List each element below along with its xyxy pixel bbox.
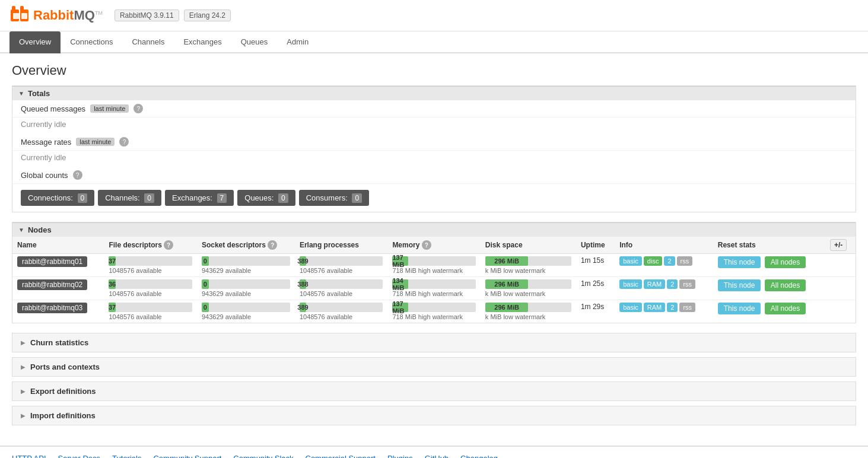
nav-item-queues[interactable]: Queues	[231, 31, 278, 53]
col-plus-minus[interactable]: +/-	[825, 237, 856, 254]
memory-cell: 137 MiB 718 MiB high watermark	[387, 300, 480, 323]
memory-help-icon[interactable]: ?	[422, 240, 431, 250]
extra-cell	[825, 277, 856, 300]
export-section: ▶ Export definitions	[12, 381, 856, 401]
nav-bar: Overview Connections Channels Exchanges …	[0, 31, 868, 53]
col-file-desc: File descriptors ?	[104, 237, 196, 254]
uptime-cell: 1m 15s	[576, 254, 615, 277]
message-rates-badge: last minute	[76, 138, 115, 146]
nodes-triangle-icon: ▼	[18, 227, 24, 233]
import-triangle-icon: ▶	[21, 412, 26, 419]
this-node-button[interactable]: This node	[718, 279, 761, 291]
footer-link-server-docs[interactable]: Server Docs	[58, 454, 101, 458]
channels-count-button[interactable]: Channels: 0	[98, 190, 161, 206]
churn-section-header[interactable]: ▶ Churn statistics	[12, 333, 856, 352]
export-label: Export definitions	[30, 387, 96, 396]
badge-num[interactable]: 2	[667, 279, 678, 289]
file-desc-help-icon[interactable]: ?	[164, 240, 173, 250]
svg-rect-2	[12, 6, 15, 12]
plus-minus-toggle[interactable]: +/-	[830, 239, 847, 251]
table-row: rabbit@rabbitmq01 37 1048576 available 0…	[12, 254, 856, 277]
nodes-section-header[interactable]: ▼ Nodes	[12, 222, 856, 237]
all-nodes-button[interactable]: All nodes	[765, 256, 806, 268]
queues-count-button[interactable]: Queues: 0	[237, 190, 295, 206]
footer-link-community-slack[interactable]: Community Slack	[233, 454, 293, 458]
footer-link-plugins[interactable]: Plugins	[387, 454, 413, 458]
export-section-header[interactable]: ▶ Export definitions	[12, 382, 856, 400]
col-uptime: Uptime	[576, 237, 615, 254]
badge-rss[interactable]: rss	[679, 303, 695, 312]
nav-item-channels[interactable]: Channels	[122, 31, 174, 53]
nav-item-exchanges[interactable]: Exchanges	[174, 31, 231, 53]
queues-count-value: 0	[278, 193, 288, 203]
global-counts-help-icon[interactable]: ?	[73, 170, 82, 180]
col-reset-stats: Reset stats	[713, 237, 825, 254]
disk-space-cell: 296 MiB k MiB low watermark	[481, 277, 576, 300]
memory-cell: 137 MiB 718 MiB high watermark	[387, 254, 480, 277]
badge-ram[interactable]: RAM	[644, 279, 665, 289]
totals-section-header[interactable]: ▼ Totals	[12, 86, 856, 100]
logo-text: RabbitMQTM	[33, 9, 103, 22]
col-disk-space: Disk space	[481, 237, 576, 254]
all-nodes-button[interactable]: All nodes	[765, 303, 806, 314]
socket-desc-help-icon[interactable]: ?	[268, 240, 277, 250]
ports-triangle-icon: ▶	[21, 364, 26, 370]
col-socket-desc: Socket descriptors ?	[197, 237, 295, 254]
consumers-count-button[interactable]: Consumers: 0	[299, 190, 369, 206]
ports-section-header[interactable]: ▶ Ports and contexts	[12, 358, 856, 376]
footer-link-tutorials[interactable]: Tutorials	[112, 454, 141, 458]
footer-link-http-api[interactable]: HTTP API	[12, 454, 46, 458]
nav-item-overview[interactable]: Overview	[9, 31, 61, 53]
node-name: rabbit@rabbitmq02	[17, 279, 87, 290]
queued-messages-badge: last minute	[90, 104, 129, 113]
file-desc-cell: 36 1048576 available	[104, 277, 196, 300]
nodes-section: ▼ Nodes Name File descriptors ? Socket d…	[12, 222, 856, 323]
import-section-header[interactable]: ▶ Import definitions	[12, 406, 856, 425]
extra-cell	[825, 254, 856, 277]
col-erlang-proc: Erlang processes	[295, 237, 387, 254]
message-rates-row: Message rates last minute ?	[12, 133, 856, 151]
queued-messages-label: Queued messages	[21, 104, 85, 113]
export-triangle-icon: ▶	[21, 388, 26, 395]
svg-rect-5	[21, 13, 27, 19]
message-rates-help-icon[interactable]: ?	[119, 137, 129, 147]
node-name-cell: rabbit@rabbitmq03	[12, 300, 104, 323]
badge-num[interactable]: 2	[667, 303, 678, 312]
header: RabbitMQTM RabbitMQ 3.9.11 Erlang 24.2	[0, 0, 868, 31]
footer-link-changelog[interactable]: Changelog	[460, 454, 498, 458]
badge-basic[interactable]: basic	[619, 256, 642, 266]
this-node-button[interactable]: This node	[718, 256, 761, 268]
queued-messages-help-icon[interactable]: ?	[133, 104, 143, 113]
footer-link-community-support[interactable]: Community Support	[153, 454, 221, 458]
footer-link-github[interactable]: GitHub	[425, 454, 449, 458]
node-name-cell: rabbit@rabbitmq02	[12, 277, 104, 300]
extra-cell	[825, 300, 856, 323]
nodes-table: Name File descriptors ? Socket descripto…	[12, 237, 856, 323]
disk-space-cell: 296 MiB k MiB low watermark	[481, 254, 576, 277]
nav-item-admin[interactable]: Admin	[277, 31, 318, 53]
info-cell: basicRAM2rss	[615, 277, 713, 300]
footer-link-commercial-support[interactable]: Commercial Support	[306, 454, 376, 458]
badge-ram[interactable]: RAM	[644, 303, 665, 312]
connections-count-button[interactable]: Connections: 0	[21, 190, 94, 206]
svg-rect-4	[13, 13, 19, 19]
badge-disc[interactable]: disc	[644, 256, 663, 266]
file-desc-cell: 37 1048576 available	[104, 300, 196, 323]
node-name: rabbit@rabbitmq03	[17, 303, 87, 313]
nav-item-connections[interactable]: Connections	[61, 31, 122, 53]
badge-basic[interactable]: basic	[619, 279, 642, 289]
this-node-button[interactable]: This node	[718, 303, 761, 314]
nodes-label: Nodes	[28, 225, 52, 234]
badge-rss[interactable]: rss	[679, 279, 695, 289]
badge-basic[interactable]: basic	[619, 303, 642, 312]
totals-label: Totals	[28, 89, 50, 98]
badge-num[interactable]: 2	[664, 256, 675, 266]
counts-row: Connections: 0 Channels: 0 Exchanges: 7 …	[12, 184, 856, 212]
badge-rss[interactable]: rss	[677, 256, 693, 266]
all-nodes-button[interactable]: All nodes	[765, 279, 806, 291]
uptime-cell: 1m 25s	[576, 277, 615, 300]
erlang-proc-cell: 389 1048576 available	[295, 300, 387, 323]
message-rates-label: Message rates	[21, 138, 71, 147]
uptime-cell: 1m 29s	[576, 300, 615, 323]
exchanges-count-button[interactable]: Exchanges: 7	[165, 190, 234, 206]
